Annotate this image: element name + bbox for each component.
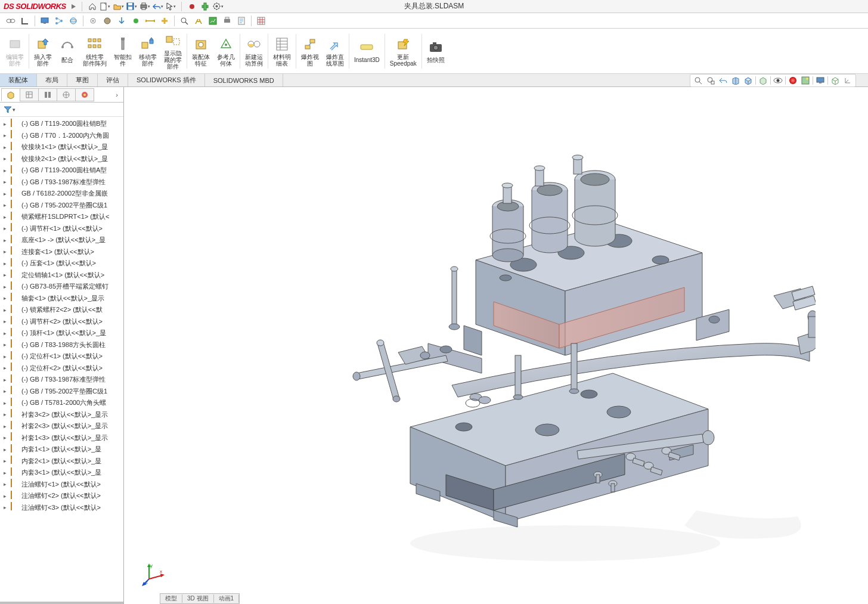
ribbon-reference-geometry[interactable]: 参考几 何体 xyxy=(213,31,238,72)
tree-item[interactable]: ▸注油螺钉<1> (默认<<默认> xyxy=(0,479,123,491)
tab-layout[interactable]: 布局 xyxy=(37,74,67,86)
ribbon-instant3d[interactable]: Instant3D xyxy=(351,31,383,72)
print2-icon[interactable] xyxy=(221,15,233,27)
menu-expand-icon[interactable] xyxy=(69,2,78,11)
expand-icon[interactable]: ▸ xyxy=(4,365,10,371)
ribbon-mate[interactable]: 配合 xyxy=(55,31,79,72)
expand-icon[interactable]: ▸ xyxy=(4,272,10,278)
bottom-tab-3dview[interactable]: 3D 视图 xyxy=(182,594,214,603)
expand-icon[interactable]: ▸ xyxy=(4,470,10,476)
measure-icon[interactable] xyxy=(144,15,156,27)
feature-tree[interactable]: ▸(-) GB / T119-2000圆柱销B型▸(-) GB / T70．1-… xyxy=(0,117,123,602)
tree-item[interactable]: ▸(-) GB / T95-2002平垫圈C级1 xyxy=(0,386,123,398)
expand-icon[interactable]: ▸ xyxy=(4,191,10,197)
expand-icon[interactable]: ▸ xyxy=(4,493,10,499)
go-icon[interactable] xyxy=(130,15,142,27)
panel-tab-feature-tree[interactable] xyxy=(1,88,20,101)
tree-item[interactable]: ▸(-) GB / T70．1-2000内六角圆 xyxy=(0,130,123,142)
ribbon-explode-sketch[interactable]: 爆炸直 线草图 xyxy=(323,31,348,72)
display-style-icon[interactable] xyxy=(758,75,768,86)
tree-filter[interactable]: ▾ xyxy=(0,103,123,117)
tree-item[interactable]: ▸铰接块1<1> (默认<<默认>_显 xyxy=(0,141,123,153)
expand-icon[interactable]: ▸ xyxy=(4,168,10,174)
expand-icon[interactable]: ▸ xyxy=(4,435,10,441)
coordinate-icon[interactable] xyxy=(842,75,853,86)
expand-icon[interactable]: ▸ xyxy=(4,423,10,429)
bottom-tab-anim1[interactable]: 动画1 xyxy=(214,594,240,603)
tree-item[interactable]: ▸(-) 调节杆<2> (默认<<默认> xyxy=(0,316,123,328)
expand-icon[interactable]: ▸ xyxy=(4,202,10,208)
tree-item[interactable]: ▸(-) GB / T119-2000圆柱销B型 xyxy=(0,118,123,130)
tree-item[interactable]: ▸内套3<1> (默认<<默认>_显 xyxy=(0,467,123,479)
tree-item[interactable]: ▸(-) GB / T83-1988方头长圆柱 xyxy=(0,339,123,351)
select-icon[interactable] xyxy=(166,1,176,12)
tab-sw-mbd[interactable]: SOLIDWORKS MBD xyxy=(205,74,283,86)
save-icon[interactable] xyxy=(126,1,137,12)
gear2-icon[interactable] xyxy=(101,15,113,27)
gear-icon[interactable] xyxy=(87,15,99,27)
panel-resize-bar[interactable] xyxy=(0,602,123,604)
plus-icon[interactable] xyxy=(159,15,170,27)
expand-icon[interactable]: ▸ xyxy=(4,388,10,394)
graphics-viewport[interactable]: y x z 模型 3D 视图 动画1 xyxy=(124,87,868,604)
panel-expand-icon[interactable]: › xyxy=(111,91,122,98)
tree-structure-icon[interactable] xyxy=(53,15,65,27)
view-orientation-icon[interactable] xyxy=(743,75,754,86)
tab-evaluate[interactable]: 评估 xyxy=(98,74,128,86)
edit-appearance-icon[interactable] xyxy=(788,75,798,86)
expand-icon[interactable]: ▸ xyxy=(4,179,10,185)
hide-show-icon[interactable] xyxy=(773,75,783,86)
ribbon-insert-component[interactable]: 插入零 部件 xyxy=(30,31,55,72)
print-icon[interactable] xyxy=(140,1,150,12)
tab-assembly[interactable]: 装配体 xyxy=(0,74,37,86)
expand-icon[interactable]: ▸ xyxy=(4,330,10,336)
arrow-down-icon[interactable] xyxy=(116,15,128,27)
expand-icon[interactable]: ▸ xyxy=(4,156,10,162)
expand-icon[interactable]: ▸ xyxy=(4,354,10,360)
tree-item[interactable]: ▸定位销轴1<1> (默认<<默认> xyxy=(0,270,123,281)
grid-icon[interactable] xyxy=(255,15,267,27)
expand-icon[interactable]: ▸ xyxy=(4,458,10,464)
ribbon-show-hide[interactable]: 显示隐 藏的零 部件 xyxy=(160,31,185,72)
ribbon-bom[interactable]: 材料明 细表 xyxy=(269,31,294,72)
caliper-icon[interactable] xyxy=(193,15,204,27)
prev-view-icon[interactable] xyxy=(718,75,728,86)
apply-scene-icon[interactable] xyxy=(800,75,811,86)
ribbon-assembly-feature[interactable]: 装配体 特征 xyxy=(188,31,213,72)
tree-item[interactable]: ▸(-) GB73-85开槽平端紧定螺钉 xyxy=(0,281,123,293)
corner-icon[interactable] xyxy=(19,15,31,27)
home-icon[interactable] xyxy=(87,1,98,12)
expand-icon[interactable]: ▸ xyxy=(4,411,10,417)
tree-item[interactable]: ▸(-) 顶杆<1> (默认<<默认>_显 xyxy=(0,327,123,339)
tree-item[interactable]: ▸GB / T6182-20002型非金属嵌 xyxy=(0,188,123,200)
open-icon[interactable] xyxy=(113,1,124,12)
tree-item[interactable]: ▸(-) GB / T93-1987标准型弹性 xyxy=(0,374,123,386)
chart-icon[interactable] xyxy=(207,15,219,27)
tab-sw-addins[interactable]: SOLIDWORKS 插件 xyxy=(128,74,205,86)
expand-icon[interactable]: ▸ xyxy=(4,249,10,255)
tree-item[interactable]: ▸底座<1> -> (默认<<默认>_显 xyxy=(0,234,123,246)
tree-item[interactable]: ▸轴套<1> (默认<<默认>_显示 xyxy=(0,293,123,305)
stop-icon[interactable] xyxy=(187,1,197,12)
panel-tab-dimxpert[interactable] xyxy=(57,88,76,101)
tree-item[interactable]: ▸内套1<1> (默认<<默认>_显 xyxy=(0,444,123,456)
new-document-icon[interactable] xyxy=(100,1,111,12)
zoom-area-icon[interactable] xyxy=(705,75,716,86)
expand-icon[interactable]: ▸ xyxy=(4,447,10,453)
expand-icon[interactable]: ▸ xyxy=(4,307,10,313)
expand-icon[interactable]: ▸ xyxy=(4,132,10,138)
tree-item[interactable]: ▸衬套1<3> (默认<<默认>_显示 xyxy=(0,432,123,444)
tree-item[interactable]: ▸注油螺钉<2> (默认<<默认> xyxy=(0,490,123,502)
panel-tab-property[interactable] xyxy=(20,88,39,101)
bottom-tab-model[interactable]: 模型 xyxy=(160,594,182,603)
expand-icon[interactable]: ▸ xyxy=(4,214,10,220)
tree-item[interactable]: ▸(-) GB / T119-2000圆柱销A型 xyxy=(0,165,123,176)
expand-icon[interactable]: ▸ xyxy=(4,144,10,150)
tree-item[interactable]: ▸(-) GB / T93-1987标准型弹性 xyxy=(0,176,123,188)
zoom-fit-icon[interactable] xyxy=(693,75,703,86)
link-icon[interactable] xyxy=(5,15,17,27)
expand-icon[interactable]: ▸ xyxy=(4,121,10,127)
ribbon-motion-study[interactable]: 新建运 动算例 xyxy=(241,31,266,72)
tree-item[interactable]: ▸注油螺钉<3> (默认<<默认> xyxy=(0,502,123,514)
tree-item[interactable]: ▸锁紧螺杆1SLDPRT<1> (默认< xyxy=(0,211,123,223)
